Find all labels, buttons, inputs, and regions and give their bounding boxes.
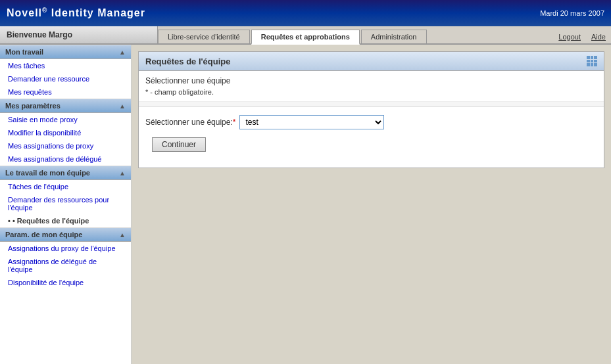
sidebar-item-mes-assignations-proxy[interactable]: Mes assignations de proxy [0,139,131,152]
logo-novell: Novell [7,8,42,19]
sidebar-item-assignations-proxy-equipe[interactable]: Assignations du proxy de l'équipe [0,242,131,255]
sidebar-item-disponibilite-equipe[interactable]: Disponibilité de l'équipe [0,276,131,289]
panel-grid-icon [587,56,597,66]
sidebar-item-mes-taches[interactable]: Mes tâches [0,59,131,72]
collapse-icon-travail-equipe[interactable]: ▲ [119,170,126,177]
logo-area: Novell® Identity Manager [7,7,145,19]
collapse-icon-mon-travail[interactable]: ▲ [119,49,126,56]
content-area: Requêtes de l'équipe Sélectionner une éq… [132,45,611,364]
main-layout: Mon travail ▲ Mes tâches Demander une re… [0,45,611,364]
panel-title: Requêtes de l'équipe [145,57,231,66]
header-date: Mardi 20 mars 2007 [540,9,604,17]
logo: Novell® Identity Manager [7,7,145,19]
sidebar-item-mes-assignations-delegue[interactable]: Mes assignations de délégué [0,152,131,166]
sidebar-item-taches-equipe[interactable]: Tâches de l'équipe [0,180,131,193]
collapse-icon-param-equipe[interactable]: ▲ [119,231,126,239]
logo-product: Identity Manager [51,8,145,19]
sidebar-item-requetes-equipe: • Requêtes de l'équipe [0,214,131,227]
sidebar-item-modifier-disponibilite[interactable]: Modifier la disponibilité [0,126,131,139]
team-select-row: Sélectionner une équipe:* test [139,107,604,137]
tab-libre-service[interactable]: Libre-service d'identité [158,30,250,43]
welcome-message: Bienvenue Margo [7,30,72,39]
app-header: Novell® Identity Manager Mardi 20 mars 2… [0,0,611,26]
sidebar-item-demander-ressources-equipe[interactable]: Demander des ressources pour l'équipe [0,193,131,214]
continue-button[interactable]: Continuer [152,137,206,152]
tab-administration[interactable]: Administration [361,30,427,43]
sidebar-item-mes-requetes[interactable]: Mes requêtes [0,85,131,99]
team-select-label: Sélectionner une équipe:* [145,118,235,127]
sidebar-section-travail-equipe: Le travail de mon équipe ▲ [0,166,131,180]
sidebar-section-param-equipe: Param. de mon équipe ▲ [0,227,131,242]
section-heading: Sélectionner une équipe [145,76,597,85]
sidebar-item-assignations-delegue-equipe[interactable]: Assignations de délégué de l'équipe [0,255,131,276]
panel-title-bar: Requêtes de l'équipe [139,52,604,71]
button-row: Continuer [139,137,604,168]
form-separator [139,102,604,107]
required-marker: * [233,118,236,127]
sidebar-section-mon-travail: Mon travail ▲ [0,45,131,59]
sidebar: Mon travail ▲ Mes tâches Demander une re… [0,45,132,364]
sidebar-item-demander-ressource[interactable]: Demander une ressource [0,72,131,85]
logout-button[interactable]: Logout [553,30,586,43]
required-note: * - champ obligatoire. [145,88,597,96]
panel-section-title: Sélectionner une équipe * - champ obliga… [139,71,604,102]
aide-button[interactable]: Aide [586,30,611,43]
nav-tabs: Libre-service d'identité Requêtes et app… [158,26,611,43]
collapse-icon-mes-parametres[interactable]: ▲ [119,102,126,110]
main-panel: Requêtes de l'équipe Sélectionner une éq… [138,51,604,168]
sidebar-item-saisie-proxy[interactable]: Saisie en mode proxy [0,113,131,126]
sidebar-section-mes-parametres: Mes paramètres ▲ [0,99,131,113]
tab-requetes-approbations[interactable]: Requêtes et approbations [251,30,360,45]
team-select-dropdown[interactable]: test [239,115,384,129]
welcome-bar: Bienvenue Margo [0,26,158,43]
logo-reg: ® [42,7,47,14]
